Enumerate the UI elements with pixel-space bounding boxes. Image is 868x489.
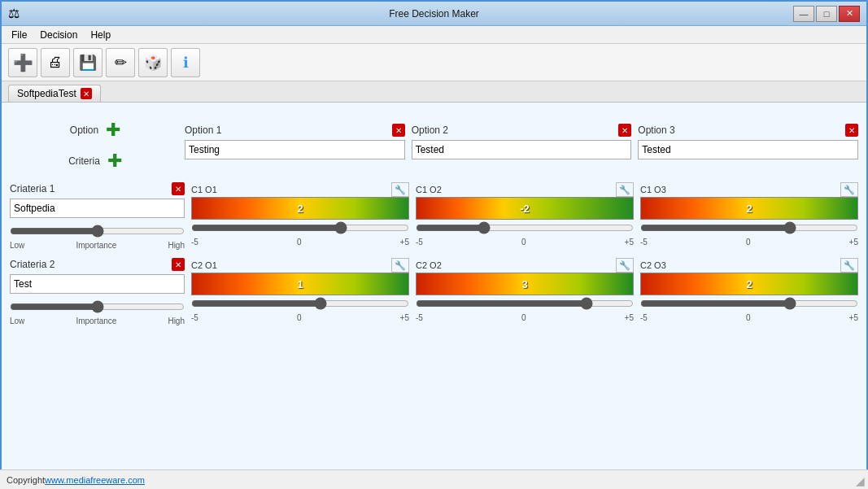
add-criteria-button[interactable]: ✚ bbox=[103, 150, 126, 172]
criteria2-input[interactable] bbox=[10, 274, 185, 294]
add-option-button[interactable]: ✚ bbox=[102, 119, 124, 142]
tab-softpediatest[interactable]: SoftpediaTest ✕ bbox=[8, 85, 101, 102]
option2-input[interactable] bbox=[412, 140, 632, 159]
maximize-button[interactable]: □ bbox=[816, 6, 837, 22]
c1o3-bar: 2 bbox=[640, 197, 858, 220]
c2o1-bar: 1 bbox=[191, 273, 409, 295]
c2o2-scale-0: 0 bbox=[521, 313, 526, 322]
option3-header-col: Option 3 ✕ bbox=[638, 124, 858, 159]
criteria2-row: Criateria 2 ✕ Low Importance High C2 O1 … bbox=[10, 258, 858, 325]
copyright-link[interactable]: www.mediafreeware.com bbox=[45, 475, 145, 485]
c2o1-slider[interactable] bbox=[191, 297, 409, 310]
c1o1-scale-pos5: +5 bbox=[400, 238, 409, 247]
c2o3-slider-area: -5 0 +5 bbox=[640, 295, 858, 322]
criteria1-importance-label: Importance bbox=[76, 241, 116, 250]
criteria2-left: Criateria 2 ✕ Low Importance High bbox=[10, 258, 185, 325]
c1o2-slider[interactable] bbox=[416, 221, 634, 234]
c1o2-settings-button[interactable]: 🔧 bbox=[616, 182, 634, 197]
c2o2-settings-button[interactable]: 🔧 bbox=[616, 258, 634, 273]
save-button[interactable]: 💾 bbox=[73, 48, 103, 77]
c2o3-value: 2 bbox=[746, 278, 752, 290]
c2o2-bar: 3 bbox=[416, 273, 634, 295]
close-button[interactable]: ✕ bbox=[839, 6, 860, 22]
criteria1-close-button[interactable]: ✕ bbox=[172, 182, 185, 195]
c1o1-slider-area: -5 0 +5 bbox=[191, 220, 409, 247]
criteria1-left: Criateria 1 ✕ Low Importance High bbox=[10, 182, 185, 250]
c1o3-scale-pos5: +5 bbox=[849, 238, 858, 247]
c1o3-header: C1 O3 🔧 bbox=[640, 182, 858, 197]
c1o1-label: C1 O1 bbox=[191, 185, 217, 194]
open-button[interactable]: 🖨 bbox=[41, 48, 70, 77]
c2o2-scale-neg5: -5 bbox=[416, 313, 423, 322]
tab-close-button[interactable]: ✕ bbox=[81, 88, 92, 99]
criteria2-importance-slider[interactable] bbox=[10, 300, 185, 313]
menu-help[interactable]: Help bbox=[84, 28, 117, 42]
add-button[interactable]: ➕ bbox=[8, 48, 37, 77]
criteria-label-col: Option ✚ Criteria ✚ bbox=[10, 111, 185, 172]
c1o2-slider-area: -5 0 +5 bbox=[416, 220, 634, 247]
option-label: Option bbox=[70, 124, 98, 136]
c1o3-settings-button[interactable]: 🔧 bbox=[840, 182, 858, 197]
criteria1-input[interactable] bbox=[10, 199, 185, 218]
criteria2-importance-labels: Low Importance High bbox=[10, 317, 185, 325]
c1o3-scale-neg5: -5 bbox=[640, 238, 648, 247]
criteria2-close-button[interactable]: ✕ bbox=[172, 258, 185, 271]
c1o1-scale-0: 0 bbox=[297, 238, 302, 247]
option3-input[interactable] bbox=[638, 140, 858, 159]
criteria1-importance-slider[interactable] bbox=[10, 225, 185, 238]
option1-title: Option 1 bbox=[185, 124, 221, 136]
c2o1-header: C2 O1 🔧 bbox=[191, 258, 409, 273]
c1o2-col: C1 O2 🔧 -2 -5 0 +5 bbox=[416, 182, 634, 250]
c2o2-col: C2 O2 🔧 3 -5 0 +5 bbox=[416, 258, 634, 325]
c2o3-settings-button[interactable]: 🔧 bbox=[840, 258, 858, 273]
options-header-row: Option 1 ✕ Option 2 ✕ Option 3 ✕ bbox=[185, 124, 858, 159]
resize-handle[interactable]: ◢ bbox=[856, 474, 865, 487]
c1o2-scale: -5 0 +5 bbox=[416, 238, 634, 247]
c1o1-slider[interactable] bbox=[191, 221, 409, 234]
c1o3-value: 2 bbox=[746, 203, 752, 215]
tab-label: SoftpediaTest bbox=[17, 88, 76, 99]
c1o3-slider[interactable] bbox=[640, 221, 858, 234]
menu-file[interactable]: File bbox=[5, 28, 33, 42]
c1o1-scale-neg5: -5 bbox=[191, 238, 198, 247]
criteria1-high-label: High bbox=[168, 241, 185, 250]
info-button[interactable]: ℹ bbox=[171, 48, 200, 77]
random-button[interactable]: 🎲 bbox=[138, 48, 168, 77]
option1-header-col: Option 1 ✕ bbox=[185, 124, 405, 159]
menu-decision[interactable]: Decision bbox=[33, 28, 84, 42]
c1o1-header: C1 O1 🔧 bbox=[191, 182, 409, 197]
criteria1-low-label: Low bbox=[10, 241, 24, 250]
criteria2-high-label: High bbox=[168, 317, 185, 325]
option1-input[interactable] bbox=[185, 140, 405, 159]
status-bar: Copyright www.mediafreeware.com ◢ bbox=[0, 469, 868, 489]
option1-close-button[interactable]: ✕ bbox=[392, 124, 405, 137]
c1o1-scale: -5 0 +5 bbox=[191, 238, 409, 247]
c2o2-label: C2 O2 bbox=[416, 260, 442, 270]
c1o2-scale-pos5: +5 bbox=[625, 238, 634, 247]
minimize-button[interactable]: — bbox=[793, 6, 814, 22]
criteria2-label: Criateria 2 bbox=[10, 259, 55, 270]
title-bar-buttons: — □ ✕ bbox=[793, 6, 860, 22]
criteria2-scores: C2 O1 🔧 1 -5 0 +5 C2 O2 bbox=[191, 258, 858, 325]
c2o2-slider[interactable] bbox=[416, 297, 634, 310]
criteria1-row: Criateria 1 ✕ Low Importance High C1 O1 … bbox=[10, 182, 858, 250]
c1o2-header: C1 O2 🔧 bbox=[416, 182, 634, 197]
c1o3-col: C1 O3 🔧 2 -5 0 +5 bbox=[640, 182, 858, 250]
option2-close-button[interactable]: ✕ bbox=[618, 124, 631, 137]
c1o2-scale-neg5: -5 bbox=[416, 238, 423, 247]
c2o3-label: C2 O3 bbox=[640, 260, 666, 270]
option2-title: Option 2 bbox=[412, 124, 448, 136]
c2o3-slider[interactable] bbox=[640, 297, 858, 310]
c2o3-header: C2 O3 🔧 bbox=[640, 258, 858, 273]
criteria1-label: Criateria 1 bbox=[10, 183, 55, 194]
edit-button[interactable]: ✏ bbox=[106, 48, 135, 77]
option1-title-row: Option 1 ✕ bbox=[185, 124, 405, 137]
c1o1-bar: 2 bbox=[191, 197, 409, 220]
criteria-label: Criteria bbox=[68, 155, 100, 167]
c1o3-scale-0: 0 bbox=[746, 238, 751, 247]
c2o1-col: C2 O1 🔧 1 -5 0 +5 bbox=[191, 258, 409, 325]
c2o1-settings-button[interactable]: 🔧 bbox=[391, 258, 409, 273]
c1o2-value: -2 bbox=[520, 203, 530, 215]
c1o1-settings-button[interactable]: 🔧 bbox=[391, 182, 409, 197]
option3-close-button[interactable]: ✕ bbox=[845, 124, 858, 137]
